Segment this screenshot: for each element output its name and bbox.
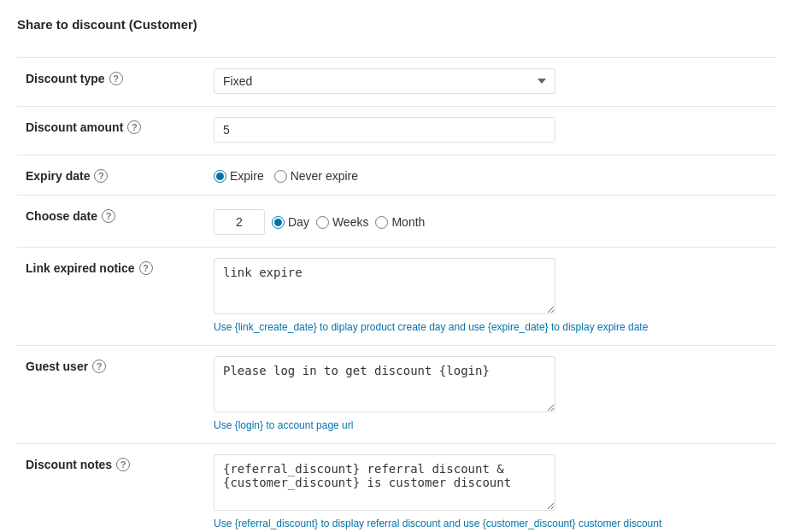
- guest-user-hint: Use {login} to account page url: [214, 419, 767, 431]
- weeks-radio[interactable]: [316, 216, 329, 229]
- month-radio-label[interactable]: Month: [375, 215, 425, 229]
- weeks-radio-text: Weeks: [332, 215, 369, 229]
- link-expired-notice-textarea[interactable]: link expire: [214, 258, 555, 314]
- discount-type-row: Discount type ? Fixed Percentage: [17, 58, 776, 107]
- link-expired-notice-label: Link expired notice: [26, 261, 135, 275]
- discount-notes-label: Discount notes: [26, 458, 112, 471]
- never-expire-radio-text: Never expire: [291, 169, 358, 183]
- discount-type-label: Discount type: [26, 72, 105, 85]
- expiry-date-row: Expiry date ? Expire Never expire: [17, 155, 776, 196]
- choose-date-controls: Day Weeks Month: [214, 206, 767, 235]
- link-expired-notice-help-icon[interactable]: ?: [139, 261, 153, 275]
- month-radio-text: Month: [391, 215, 425, 229]
- page-title: Share to discount (Customer): [17, 17, 776, 40]
- settings-form: Discount type ? Fixed Percentage Discoun…: [17, 57, 776, 532]
- expiry-date-help-icon[interactable]: ?: [94, 169, 108, 183]
- choose-date-row: Choose date ? Day Weeks: [17, 196, 776, 248]
- discount-notes-row: Discount notes ? {referral_discount} ref…: [17, 444, 776, 533]
- discount-notes-hint: Use {referral_discount} to display refer…: [214, 517, 767, 529]
- weeks-radio-label[interactable]: Weeks: [316, 215, 369, 229]
- guest-user-row: Guest user ? Please log in to get discou…: [17, 346, 776, 444]
- expire-radio-text: Expire: [230, 169, 264, 183]
- link-expired-notice-hint: Use {link_create_date} to diplay product…: [214, 321, 767, 333]
- discount-notes-help-icon[interactable]: ?: [116, 458, 130, 471]
- day-radio[interactable]: [272, 216, 285, 229]
- choose-date-help-icon[interactable]: ?: [102, 209, 115, 223]
- link-expired-notice-row: Link expired notice ? link expire Use {l…: [17, 248, 776, 346]
- never-expire-radio[interactable]: [274, 170, 287, 183]
- expiry-date-label: Expiry date: [26, 169, 90, 183]
- discount-type-select[interactable]: Fixed Percentage: [214, 68, 555, 94]
- never-expire-radio-label[interactable]: Never expire: [274, 169, 358, 183]
- guest-user-label: Guest user: [26, 360, 88, 373]
- choose-date-input[interactable]: [214, 209, 265, 235]
- expiry-date-radio-group: Expire Never expire: [214, 166, 767, 183]
- month-radio[interactable]: [375, 216, 388, 229]
- discount-amount-help-icon[interactable]: ?: [127, 120, 141, 134]
- discount-type-help-icon[interactable]: ?: [109, 72, 123, 85]
- day-radio-label[interactable]: Day: [272, 215, 309, 229]
- discount-notes-textarea[interactable]: {referral_discount} referral discount & …: [214, 454, 555, 511]
- discount-amount-label: Discount amount: [26, 120, 123, 134]
- choose-date-label: Choose date: [26, 209, 97, 223]
- day-radio-text: Day: [288, 215, 309, 229]
- expire-radio-label[interactable]: Expire: [214, 169, 264, 183]
- discount-amount-input[interactable]: [214, 117, 555, 143]
- expire-radio[interactable]: [214, 170, 226, 183]
- discount-amount-row: Discount amount ?: [17, 107, 776, 155]
- guest-user-textarea[interactable]: Please log in to get discount {login}: [214, 356, 555, 412]
- guest-user-help-icon[interactable]: ?: [92, 360, 106, 373]
